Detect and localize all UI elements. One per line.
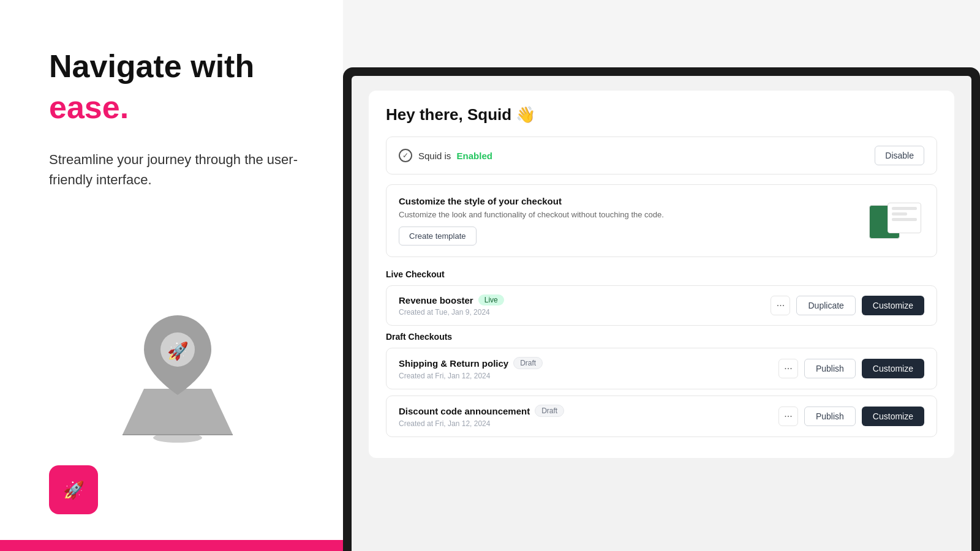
checkout-item-discount: Discount code announcement Draft Created… xyxy=(386,395,937,437)
live-checkout-header: Live Checkout xyxy=(386,269,937,279)
status-left: ✓ Squid is Enabled xyxy=(399,149,492,162)
customize-title: Customize the style of your checkout xyxy=(399,196,664,206)
template-preview xyxy=(869,203,924,239)
more-options-button-shipping[interactable]: ··· xyxy=(778,359,798,378)
subtext: Streamline your journey through the user… xyxy=(49,149,306,190)
item-actions-revenue: ··· Duplicate Customize xyxy=(771,296,924,315)
checkout-item-revenue-booster: Revenue booster Live Created at Tue, Jan… xyxy=(386,285,937,326)
app-card: Hey there, Squid 👋 ✓ Squid is Enabled Di… xyxy=(369,91,954,458)
status-word: Enabled xyxy=(457,151,492,161)
customize-button-discount[interactable]: Customize xyxy=(862,407,924,426)
customize-button[interactable]: Customize xyxy=(862,296,924,315)
status-bar: ✓ Squid is Enabled Disable xyxy=(386,137,937,174)
headline-accent: ease. xyxy=(49,89,129,125)
preview-line-3 xyxy=(892,218,917,221)
status-prefix-text: Squid is xyxy=(418,151,451,161)
draft-checkouts-section: Draft Checkouts Shipping & Return policy… xyxy=(386,332,937,437)
svg-text:🚀: 🚀 xyxy=(63,480,85,500)
customize-button-shipping[interactable]: Customize xyxy=(862,359,924,378)
headline-line1: Navigate with xyxy=(49,48,254,84)
laptop-screen-outer: Hey there, Squid 👋 ✓ Squid is Enabled Di… xyxy=(343,67,980,551)
item-info-revenue: Revenue booster Live Created at Tue, Jan… xyxy=(399,294,504,317)
item-actions-discount: ··· Publish Customize xyxy=(778,407,924,426)
svg-marker-1 xyxy=(123,389,233,435)
badge-draft-shipping: Draft xyxy=(513,357,543,369)
badge-draft-discount: Draft xyxy=(535,405,564,417)
duplicate-button[interactable]: Duplicate xyxy=(796,296,855,315)
right-panel: Hey there, Squid 👋 ✓ Squid is Enabled Di… xyxy=(343,0,980,551)
customize-checkout-block: Customize the style of your checkout Cus… xyxy=(386,184,937,257)
create-template-button[interactable]: Create template xyxy=(399,227,477,246)
disable-button[interactable]: Disable xyxy=(875,146,924,165)
item-name-row: Revenue booster Live xyxy=(399,294,504,305)
item-actions-shipping: ··· Publish Customize xyxy=(778,359,924,378)
item-date-discount: Created at Fri, Jan 12, 2024 xyxy=(399,419,564,428)
customize-desc: Customize the look and functionality of … xyxy=(399,210,664,219)
greeting: Hey there, Squid 👋 xyxy=(386,105,937,124)
preview-line-2 xyxy=(892,212,907,216)
item-name-row-discount: Discount code announcement Draft xyxy=(399,405,564,417)
checkout-item-shipping: Shipping & Return policy Draft Created a… xyxy=(386,348,937,389)
customize-text: Customize the style of your checkout Cus… xyxy=(399,196,664,246)
status-prefix: Squid is Enabled xyxy=(418,151,492,161)
laptop: Hey there, Squid 👋 ✓ Squid is Enabled Di… xyxy=(343,67,980,551)
more-options-button[interactable]: ··· xyxy=(771,296,790,315)
svg-text:🚀: 🚀 xyxy=(167,341,189,361)
headline: Navigate with ease. xyxy=(49,49,306,131)
item-name-shipping: Shipping & Return policy xyxy=(399,358,508,369)
pink-bar xyxy=(0,540,343,551)
item-date: Created at Tue, Jan 9, 2024 xyxy=(399,308,504,317)
item-info-shipping: Shipping & Return policy Draft Created a… xyxy=(399,357,543,380)
item-name-row-shipping: Shipping & Return policy Draft xyxy=(399,357,543,369)
check-circle-icon: ✓ xyxy=(399,149,412,162)
app-icon: 🚀 xyxy=(49,465,98,514)
item-date-shipping: Created at Fri, Jan 12, 2024 xyxy=(399,372,543,380)
item-info-discount: Discount code announcement Draft Created… xyxy=(399,405,564,428)
preview-card-white xyxy=(888,203,921,233)
draft-checkouts-header: Draft Checkouts xyxy=(386,332,937,342)
more-options-button-discount[interactable]: ··· xyxy=(778,407,798,426)
publish-button-discount[interactable]: Publish xyxy=(804,407,856,426)
item-name: Revenue booster xyxy=(399,295,473,305)
laptop-screen-inner: Hey there, Squid 👋 ✓ Squid is Enabled Di… xyxy=(352,76,971,551)
item-name-discount: Discount code announcement xyxy=(399,406,530,416)
live-checkout-section: Live Checkout Revenue booster Live Creat… xyxy=(386,269,937,326)
badge-live: Live xyxy=(478,294,504,305)
left-panel: Navigate with ease. Streamline your jour… xyxy=(0,0,343,551)
preview-line-1 xyxy=(892,207,917,210)
publish-button-shipping[interactable]: Publish xyxy=(804,359,856,378)
